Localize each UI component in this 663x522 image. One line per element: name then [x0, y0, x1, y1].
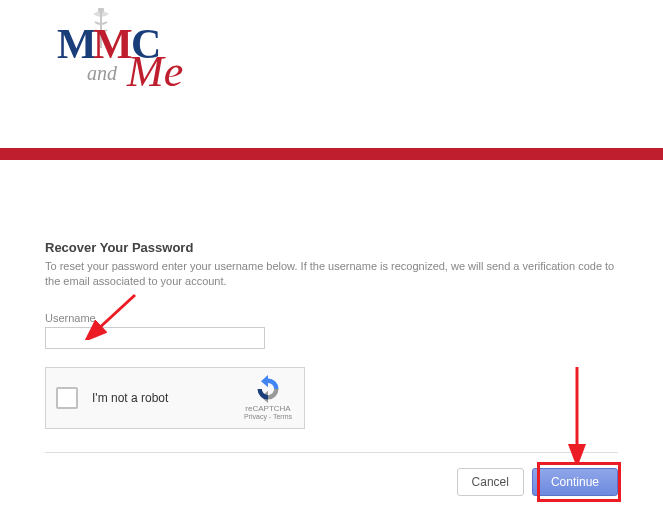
recaptcha-checkbox[interactable]	[56, 387, 78, 409]
recaptcha-icon	[254, 375, 282, 403]
recaptcha-label: I'm not a robot	[92, 391, 242, 405]
page-heading: Recover Your Password	[45, 240, 618, 255]
recaptcha-links: Privacy - Terms	[244, 413, 292, 420]
username-input[interactable]	[45, 327, 265, 349]
username-label: Username	[45, 312, 618, 324]
footer-divider	[45, 452, 618, 453]
page-description: To reset your password enter your userna…	[45, 259, 618, 290]
svg-text:M: M	[57, 21, 97, 67]
recaptcha-widget: I'm not a robot reCAPTCHA Privacy - Term…	[45, 367, 305, 429]
svg-text:Me: Me	[126, 47, 183, 96]
svg-text:and: and	[87, 62, 118, 84]
continue-button[interactable]: Continue	[532, 468, 618, 496]
brand-logo: M M C and Me	[45, 8, 210, 98]
cancel-button[interactable]: Cancel	[457, 468, 524, 496]
recaptcha-badge: reCAPTCHA Privacy - Terms	[242, 375, 294, 420]
header-divider-bar	[0, 148, 663, 160]
recaptcha-brand: reCAPTCHA	[245, 404, 290, 413]
